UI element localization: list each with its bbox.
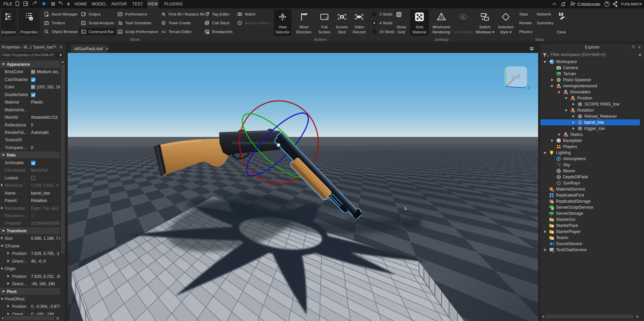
svg-text:Y: Y bbox=[504, 64, 507, 68]
svg-text:Z: Z bbox=[528, 86, 530, 90]
svg-text:L: L bbox=[405, 206, 407, 211]
